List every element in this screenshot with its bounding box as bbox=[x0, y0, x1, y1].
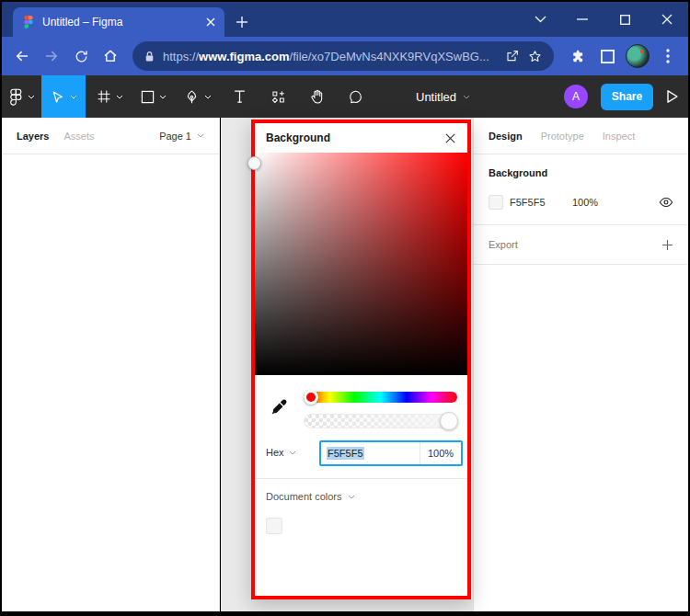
properties-panel: Design Prototype Inspect Background F5F5… bbox=[473, 118, 688, 611]
fill-opacity-value[interactable]: 100% bbox=[572, 197, 598, 208]
export-section-title: Export bbox=[489, 239, 518, 250]
forward-icon[interactable] bbox=[37, 41, 66, 71]
chevron-down-icon bbox=[70, 95, 77, 99]
chevron-down-icon bbox=[159, 95, 167, 99]
chevron-down-icon bbox=[463, 95, 470, 99]
browser-menu-dots-icon[interactable] bbox=[653, 41, 683, 71]
tab-design[interactable]: Design bbox=[489, 131, 523, 142]
opacity-input[interactable]: 100% bbox=[420, 448, 461, 459]
maximize-icon[interactable] bbox=[604, 2, 646, 37]
close-window-icon[interactable] bbox=[646, 2, 688, 37]
resources-icon bbox=[270, 89, 286, 105]
tab-title: Untitled – Figma bbox=[42, 16, 199, 29]
color-selector-ring[interactable] bbox=[247, 156, 261, 170]
resources-tool-button[interactable] bbox=[259, 75, 297, 118]
figma-favicon bbox=[22, 16, 35, 29]
hand-tool-icon bbox=[309, 88, 325, 105]
chevron-down-icon bbox=[28, 95, 35, 99]
figma-logo-icon bbox=[9, 88, 23, 106]
extensions-puzzle-icon[interactable] bbox=[563, 41, 592, 71]
pen-tool-button[interactable] bbox=[176, 75, 220, 118]
frame-tool-icon bbox=[97, 89, 111, 104]
new-tab-button[interactable] bbox=[228, 8, 256, 36]
browser-navbar: https://www.figma.com/file/xo7DeMvNs4NXK… bbox=[2, 37, 688, 75]
user-avatar[interactable]: A bbox=[564, 85, 588, 108]
background-section-title: Background bbox=[489, 167, 673, 178]
fill-color-swatch[interactable] bbox=[489, 195, 503, 210]
hex-input-group: F5F5F5 100% bbox=[319, 440, 463, 466]
tab-inspect[interactable]: Inspect bbox=[603, 131, 635, 142]
saturation-value-area[interactable] bbox=[255, 153, 467, 375]
chevron-down-icon bbox=[197, 133, 204, 138]
hex-input[interactable]: F5F5F5 bbox=[321, 448, 420, 459]
page-selector-label: Page 1 bbox=[159, 131, 191, 142]
side-panel-icon[interactable] bbox=[592, 41, 622, 71]
reload-icon[interactable] bbox=[66, 41, 96, 71]
hue-slider-knob[interactable] bbox=[304, 390, 318, 405]
figma-toolbar: Untitled A Share bbox=[2, 75, 688, 118]
document-colors-dropdown[interactable]: Document colors bbox=[266, 491, 355, 502]
move-cursor-icon bbox=[50, 89, 65, 105]
chevron-down-icon bbox=[348, 495, 355, 499]
alpha-slider-knob[interactable] bbox=[440, 412, 458, 430]
browser-tab[interactable]: Untitled – Figma bbox=[13, 7, 224, 37]
shape-tool-button[interactable] bbox=[132, 75, 176, 118]
eyedropper-icon[interactable] bbox=[270, 397, 289, 416]
comment-tool-button[interactable] bbox=[336, 75, 374, 118]
lock-icon bbox=[144, 50, 155, 63]
comment-bubble-icon bbox=[348, 89, 363, 105]
pen-tool-icon bbox=[184, 89, 200, 105]
browser-window: Untitled – Figma bbox=[0, 0, 690, 616]
alpha-slider[interactable] bbox=[304, 414, 457, 428]
address-bar[interactable]: https://www.figma.com/file/xo7DeMvNs4NXK… bbox=[132, 41, 554, 71]
layers-panel: Layers Assets Page 1 bbox=[2, 118, 220, 611]
back-icon[interactable] bbox=[7, 41, 37, 71]
add-export-plus-icon[interactable] bbox=[661, 239, 673, 251]
window-menu-chevron-icon[interactable] bbox=[519, 2, 561, 37]
minimize-icon[interactable] bbox=[561, 2, 604, 37]
hex-mode-dropdown[interactable]: Hex bbox=[266, 447, 296, 458]
titlebar: Untitled – Figma bbox=[2, 2, 688, 37]
browser-profile-avatar[interactable] bbox=[626, 44, 650, 68]
bookmark-star-icon[interactable] bbox=[527, 49, 543, 64]
present-play-icon[interactable] bbox=[666, 89, 679, 104]
move-tool-button[interactable] bbox=[41, 75, 86, 118]
chevron-down-icon bbox=[204, 95, 212, 99]
share-page-icon[interactable] bbox=[505, 49, 520, 63]
color-picker-popup: Background Hex bbox=[251, 120, 471, 599]
file-name-label: Untitled bbox=[416, 90, 456, 104]
home-icon[interactable] bbox=[96, 41, 125, 71]
fill-hex-value[interactable]: F5F5F5 bbox=[510, 197, 572, 208]
chevron-down-icon bbox=[116, 95, 123, 99]
document-colors-label: Document colors bbox=[266, 491, 342, 502]
figma-main-menu-button[interactable] bbox=[2, 75, 41, 118]
visibility-eye-icon[interactable] bbox=[659, 197, 673, 208]
export-section: Export bbox=[474, 225, 688, 265]
url-text: https://www.figma.com/file/xo7DeMvNs4NXK… bbox=[163, 50, 498, 63]
rectangle-tool-icon bbox=[141, 90, 155, 104]
hand-tool-button[interactable] bbox=[297, 75, 336, 118]
tab-layers[interactable]: Layers bbox=[17, 131, 49, 142]
hex-mode-label: Hex bbox=[266, 447, 284, 458]
page-selector[interactable]: Page 1 bbox=[159, 131, 204, 142]
share-button[interactable]: Share bbox=[601, 84, 653, 110]
tab-assets[interactable]: Assets bbox=[63, 131, 94, 142]
close-picker-icon[interactable] bbox=[444, 132, 456, 144]
background-section: Background F5F5F5 100% bbox=[474, 154, 688, 225]
background-fill-row: F5F5F5 100% bbox=[489, 195, 673, 210]
text-tool-button[interactable] bbox=[220, 75, 259, 118]
file-name-menu[interactable]: Untitled bbox=[416, 75, 470, 118]
color-picker-title: Background bbox=[266, 131, 444, 144]
chevron-down-icon bbox=[289, 451, 296, 455]
tab-close-icon[interactable] bbox=[206, 17, 215, 27]
hue-slider[interactable] bbox=[304, 392, 457, 403]
picker-divider bbox=[255, 478, 467, 479]
document-color-swatch[interactable] bbox=[266, 518, 282, 534]
text-tool-icon bbox=[233, 89, 247, 104]
tab-prototype[interactable]: Prototype bbox=[541, 131, 584, 142]
frame-tool-button[interactable] bbox=[87, 75, 132, 118]
